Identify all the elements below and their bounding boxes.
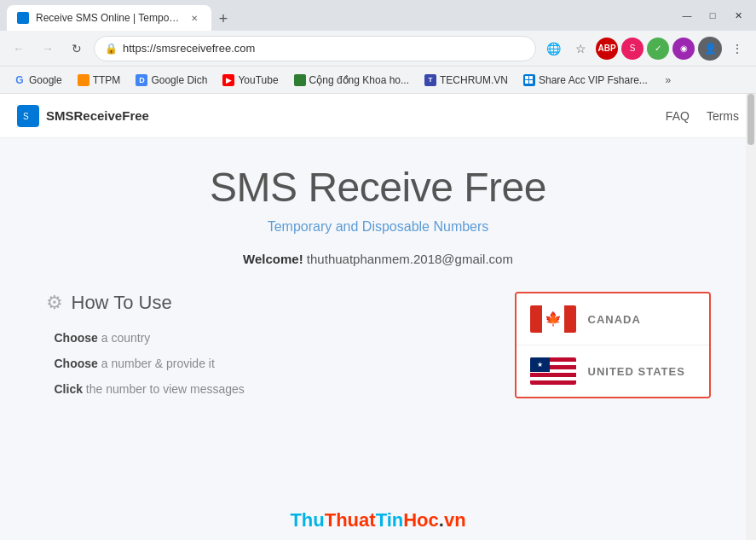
adblock-button[interactable]: ABP bbox=[596, 38, 618, 60]
gdich-favicon: D bbox=[136, 74, 147, 86]
canada-flag: 🍁 bbox=[530, 305, 576, 333]
how-to-use-title: ⚙ How To Use bbox=[46, 292, 481, 314]
country-selection-box: 🍁 CANADA bbox=[515, 292, 711, 398]
bookmarks-more-button[interactable]: » bbox=[656, 71, 680, 90]
youtube-favicon: ▶ bbox=[222, 74, 234, 86]
window-controls: — □ ✕ bbox=[676, 4, 749, 26]
how-to-use-steps: Choose a country Choose a number & provi… bbox=[46, 331, 481, 396]
svg-text:S: S bbox=[23, 112, 29, 121]
back-button[interactable]: ← bbox=[7, 37, 31, 61]
url-text: https://smsreceivefree.com bbox=[123, 42, 525, 55]
techrum-favicon: T bbox=[424, 74, 436, 86]
share-favicon bbox=[523, 74, 535, 86]
wm-thuat: Thuat bbox=[325, 509, 376, 531]
bookmarks-bar: G Google TTPM D Google Dich ▶ YouTube Cộ… bbox=[0, 67, 756, 94]
step-2-text: a number & provide it bbox=[98, 357, 215, 370]
us-canton: ★ bbox=[530, 357, 550, 372]
welcome-email: thuthuatphanmem.2018@gmail.com bbox=[307, 252, 513, 266]
welcome-label: Welcome! bbox=[243, 252, 303, 266]
menu-button[interactable]: ⋮ bbox=[725, 37, 749, 61]
close-button[interactable]: ✕ bbox=[727, 4, 749, 26]
extension-btn3[interactable]: ◉ bbox=[672, 38, 695, 60]
ttpm-favicon bbox=[78, 74, 89, 86]
watermark: ThuThuatTinHoc.vn bbox=[290, 509, 465, 531]
translate-button[interactable]: 🌐 bbox=[541, 37, 565, 61]
browser-frame: Receive SMS Online | Temporary ✕ + — □ ✕… bbox=[0, 0, 756, 540]
maximize-button[interactable]: □ bbox=[701, 4, 724, 26]
google-favicon: G bbox=[14, 74, 26, 86]
extension-btn1[interactable]: S bbox=[621, 38, 643, 60]
bookmark-ttpm[interactable]: TTPM bbox=[71, 72, 128, 89]
faq-link[interactable]: FAQ bbox=[666, 109, 690, 123]
bookmark-google[interactable]: G Google bbox=[7, 72, 69, 89]
tab-label: Receive SMS Online | Temporary bbox=[36, 12, 181, 24]
tab-favicon bbox=[17, 12, 29, 24]
how-title-text: How To Use bbox=[72, 292, 172, 314]
how-to-use-section: ⚙ How To Use Choose a country Choose a n… bbox=[46, 292, 481, 396]
svg-rect-0 bbox=[525, 76, 528, 79]
forward-button[interactable]: → bbox=[36, 37, 60, 61]
gear-icon: ⚙ bbox=[46, 292, 63, 314]
step-1-bold: Choose bbox=[55, 331, 98, 345]
wm-thu: Thu bbox=[290, 509, 324, 531]
main-content: SMS Receive Free Temporary and Disposabl… bbox=[0, 138, 756, 540]
wm-vn: vn bbox=[444, 509, 466, 531]
address-bar: ← → ↻ 🔒 https://smsreceivefree.com 🌐 ☆ A… bbox=[0, 31, 756, 67]
terms-link[interactable]: Terms bbox=[707, 109, 739, 123]
wm-hoc: Hoc bbox=[403, 509, 439, 531]
welcome-text: Welcome! thuthuatphanmem.2018@gmail.com bbox=[243, 252, 513, 266]
bookmark-techrum[interactable]: T TECHRUM.VN bbox=[418, 72, 515, 89]
site-logo: S SMSReceiveFree bbox=[17, 105, 149, 127]
tab-close-button[interactable]: ✕ bbox=[188, 11, 201, 25]
step-1-text: a country bbox=[98, 331, 150, 345]
active-tab[interactable]: Receive SMS Online | Temporary ✕ bbox=[7, 5, 211, 31]
scrollbar[interactable] bbox=[746, 94, 756, 540]
us-label: UNITED STATES bbox=[588, 365, 685, 378]
step-1: Choose a country bbox=[55, 331, 481, 345]
minimize-button[interactable]: — bbox=[676, 4, 698, 26]
step-2: Choose a number & provide it bbox=[55, 357, 481, 370]
bookmark-congdong-label: Cộng đồng Khoa ho... bbox=[309, 74, 409, 86]
canada-label: CANADA bbox=[588, 313, 641, 326]
congdong-favicon bbox=[294, 74, 306, 86]
url-bar[interactable]: 🔒 https://smsreceivefree.com bbox=[94, 36, 536, 61]
bookmark-ttpm-label: TTPM bbox=[93, 74, 121, 86]
profile-button[interactable]: 👤 bbox=[698, 37, 722, 61]
content-row: ⚙ How To Use Choose a country Choose a n… bbox=[46, 292, 711, 398]
site-nav-links: FAQ Terms bbox=[666, 109, 739, 123]
maple-leaf-icon: 🍁 bbox=[545, 312, 562, 326]
new-tab-button[interactable]: + bbox=[211, 7, 235, 31]
bookmark-google-label: Google bbox=[29, 74, 62, 86]
svg-rect-2 bbox=[525, 80, 528, 84]
logo-text: SMSReceiveFree bbox=[46, 108, 149, 123]
logo-icon: S bbox=[17, 105, 39, 127]
svg-rect-1 bbox=[529, 76, 533, 79]
site-navbar: S SMSReceiveFree FAQ Terms bbox=[0, 94, 756, 138]
step-3-text: the number to view messages bbox=[83, 382, 245, 396]
site-title: SMS Receive Free bbox=[210, 164, 546, 211]
bookmark-gdich[interactable]: D Google Dich bbox=[129, 72, 214, 89]
site-subtitle: Temporary and Disposable Numbers bbox=[268, 219, 489, 235]
reload-button[interactable]: ↻ bbox=[65, 37, 89, 61]
country-united-states[interactable]: ★ UNITED STATES bbox=[517, 345, 709, 397]
bookmark-share[interactable]: Share Acc VIP Fshare... bbox=[517, 72, 655, 89]
browser-actions: 🌐 ☆ ABP S ✓ ◉ 👤 ⋮ bbox=[541, 37, 749, 61]
tab-area: Receive SMS Online | Temporary ✕ + bbox=[7, 0, 669, 31]
bookmark-share-label: Share Acc VIP Fshare... bbox=[539, 74, 648, 86]
site-content: S SMSReceiveFree FAQ Terms SMS Receive F… bbox=[0, 94, 756, 540]
title-bar: Receive SMS Online | Temporary ✕ + — □ ✕ bbox=[0, 0, 756, 31]
bookmark-congdong[interactable]: Cộng đồng Khoa ho... bbox=[287, 72, 416, 89]
bookmark-youtube-label: YouTube bbox=[238, 74, 278, 86]
flag-ca-right bbox=[564, 305, 576, 333]
flag-ca-center: 🍁 bbox=[542, 305, 564, 333]
bookmark-button[interactable]: ☆ bbox=[568, 37, 592, 61]
flag-ca-left bbox=[530, 305, 542, 333]
scroll-thumb[interactable] bbox=[747, 94, 754, 145]
step-3: Click the number to view messages bbox=[55, 382, 481, 396]
country-canada[interactable]: 🍁 CANADA bbox=[517, 293, 709, 345]
bookmark-youtube[interactable]: ▶ YouTube bbox=[216, 72, 285, 89]
step-2-bold: Choose bbox=[55, 357, 98, 370]
svg-rect-3 bbox=[529, 80, 533, 84]
bookmark-gdich-label: Google Dich bbox=[151, 74, 207, 86]
extension-btn2[interactable]: ✓ bbox=[647, 38, 669, 60]
